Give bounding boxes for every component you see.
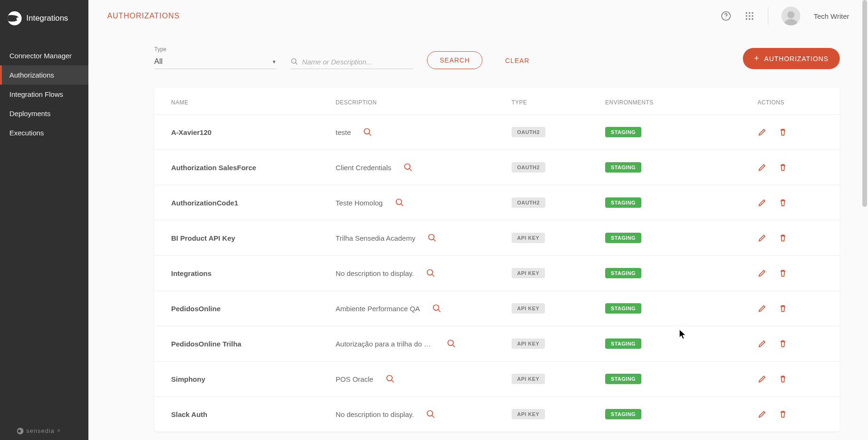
row-search-icon[interactable] — [447, 339, 456, 348]
delete-icon[interactable] — [778, 127, 788, 137]
cell-actions — [752, 397, 840, 432]
cell-env: STAGING — [600, 326, 752, 361]
row-search-icon[interactable] — [386, 374, 395, 384]
cell-type: API KEY — [506, 326, 600, 361]
delete-icon[interactable] — [778, 198, 788, 207]
svg-point-11 — [788, 11, 795, 18]
row-search-icon[interactable] — [432, 304, 442, 313]
cell-actions — [752, 291, 840, 326]
type-badge: API KEY — [512, 374, 545, 384]
clear-button[interactable]: CLEAR — [497, 52, 538, 69]
svg-line-27 — [452, 345, 455, 347]
cell-actions — [752, 361, 840, 397]
delete-icon[interactable] — [778, 374, 788, 384]
table-row: A-Xavier120testeOAUTH2STAGING — [154, 115, 840, 150]
edit-icon[interactable] — [758, 268, 767, 278]
delete-icon[interactable] — [778, 233, 788, 243]
table-row: AuthorizationCode1Teste HomologOAUTH2STA… — [154, 185, 840, 220]
sidebar-item-authorizations[interactable]: Authorizations — [0, 65, 88, 85]
svg-line-29 — [391, 380, 394, 383]
edit-icon[interactable] — [758, 163, 767, 172]
type-badge: API KEY — [512, 303, 545, 314]
edit-icon[interactable] — [758, 374, 767, 384]
cell-type: API KEY — [506, 220, 600, 256]
sidebar-item-connector-manager[interactable]: Connector Manager — [0, 46, 88, 65]
delete-icon[interactable] — [778, 409, 788, 419]
cell-description: POS Oracle — [330, 361, 506, 397]
type-filter-field: Type All ▼ — [154, 46, 276, 69]
cell-type: OAUTH2 — [506, 150, 600, 185]
cell-name: PedidosOnline Trilha — [154, 326, 330, 361]
sidebar-item-deployments[interactable]: Deployments — [0, 104, 88, 123]
cell-env: STAGING — [600, 361, 752, 397]
scrollbar[interactable] — [861, 0, 867, 440]
delete-icon[interactable] — [778, 268, 788, 278]
col-name-header: NAME — [154, 88, 330, 115]
svg-point-6 — [749, 15, 751, 17]
avatar[interactable] — [781, 7, 800, 25]
filter-bar: Type All ▼ SEARCH CLEAR + AUTHORIZATIONS — [88, 32, 868, 83]
authorizations-table: NAME DESCRIPTION TYPE ENVIRONMENTS ACTIO… — [154, 88, 840, 432]
svg-point-4 — [752, 12, 754, 14]
sidebar-header: Integrations — [0, 0, 88, 37]
type-filter-label: Type — [154, 46, 276, 53]
col-environments-header: ENVIRONMENTS — [600, 88, 752, 115]
svg-point-16 — [405, 164, 410, 170]
cell-actions — [752, 326, 840, 361]
sidebar: Integrations Connector ManagerAuthorizat… — [0, 0, 88, 440]
row-search-icon[interactable] — [403, 163, 413, 172]
cell-name: BI Product API Key — [154, 220, 330, 256]
edit-icon[interactable] — [758, 409, 767, 419]
env-badge: STAGING — [605, 268, 641, 278]
delete-icon[interactable] — [778, 339, 788, 348]
row-search-icon[interactable] — [395, 198, 404, 207]
svg-point-2 — [746, 12, 748, 14]
type-badge: API KEY — [512, 233, 545, 243]
sidebar-item-integration-flows[interactable]: Integration Flows — [0, 85, 88, 104]
svg-point-20 — [429, 235, 434, 240]
cell-description: Ambiente Performance QA — [330, 291, 506, 326]
row-search-icon[interactable] — [363, 127, 372, 137]
scrollbar-thumb[interactable] — [862, 0, 867, 207]
sidebar-item-executions[interactable]: Executions — [0, 123, 88, 142]
row-search-icon[interactable] — [427, 233, 437, 243]
delete-icon[interactable] — [778, 163, 788, 172]
cell-description: Trilha Sensedia Academy — [330, 220, 506, 256]
env-badge: STAGING — [605, 197, 641, 208]
row-search-icon[interactable] — [426, 268, 435, 278]
add-authorization-button[interactable]: + AUTHORIZATIONS — [743, 48, 840, 69]
search-input[interactable] — [302, 58, 413, 66]
apps-grid-icon[interactable] — [744, 11, 755, 21]
help-icon[interactable] — [721, 11, 731, 21]
cell-description: Teste Homolog — [330, 185, 506, 220]
table-row: SimphonyPOS OracleAPI KEYSTAGING — [154, 361, 840, 397]
edit-icon[interactable] — [758, 233, 767, 243]
delete-icon[interactable] — [778, 304, 788, 313]
cell-name: Authorization SalesForce — [154, 150, 330, 185]
topbar-right: Tech Writer — [721, 7, 849, 25]
table-card: NAME DESCRIPTION TYPE ENVIRONMENTS ACTIO… — [154, 88, 840, 432]
type-badge: OAUTH2 — [512, 127, 545, 137]
cell-description: Autorização para a trilha do Se… — [330, 326, 506, 361]
row-search-icon[interactable] — [426, 409, 435, 419]
env-badge: STAGING — [605, 127, 641, 137]
svg-point-1 — [726, 18, 726, 18]
svg-line-31 — [432, 416, 434, 418]
type-filter-select[interactable]: All ▼ — [154, 55, 276, 69]
svg-point-10 — [752, 18, 754, 20]
cell-description: No description to display. — [330, 397, 506, 432]
edit-icon[interactable] — [758, 127, 767, 137]
svg-point-8 — [746, 18, 748, 20]
svg-point-12 — [292, 59, 296, 63]
search-button[interactable]: SEARCH — [427, 51, 482, 69]
svg-line-13 — [295, 63, 297, 64]
edit-icon[interactable] — [758, 339, 767, 348]
type-badge: API KEY — [512, 268, 545, 278]
edit-icon[interactable] — [758, 304, 767, 313]
edit-icon[interactable] — [758, 198, 767, 207]
search-field[interactable] — [291, 55, 413, 69]
chevron-down-icon: ▼ — [272, 59, 276, 64]
cell-env: STAGING — [600, 185, 752, 220]
cell-type: API KEY — [506, 361, 600, 397]
env-badge: STAGING — [605, 409, 641, 419]
